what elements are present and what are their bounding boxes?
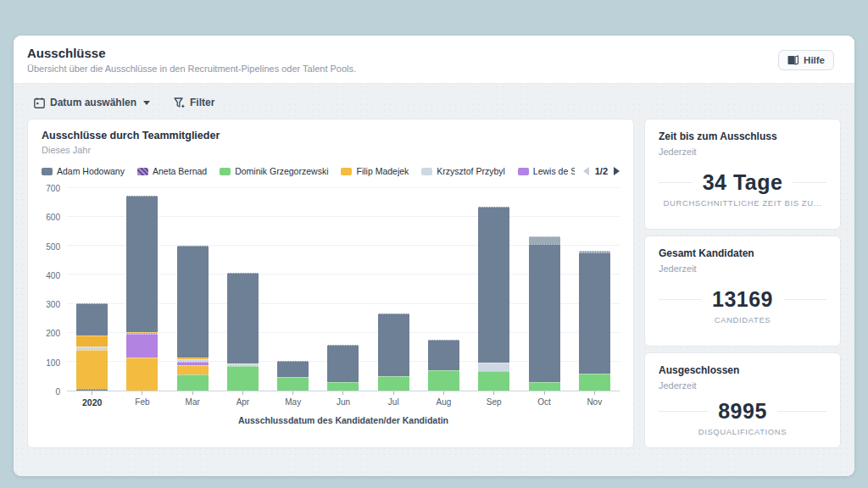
bar-segment[interactable] [76,336,108,347]
bar-slot [318,188,368,391]
bar-segment[interactable] [478,363,509,370]
x-tick [318,391,368,395]
divider [783,299,826,300]
filter-button-label: Filter [190,97,214,108]
filter-bar: Datum auswählen Filter [27,92,841,119]
y-tick-label: 500 [46,241,60,251]
bar-Jun[interactable] [327,345,359,391]
stat-value-row: 8995 [659,399,826,424]
bar-May[interactable] [277,361,309,391]
x-tick [268,391,318,395]
bar-Feb[interactable] [126,196,158,391]
help-button[interactable]: Hilfe [778,50,834,70]
bar-segment[interactable] [428,340,459,370]
stat-card-time-to-disqualification: Zeit bis zum Ausschluss Jederzeit 34 Tag… [644,119,841,230]
bar-segment[interactable] [378,376,409,391]
content-area: Datum auswählen Filter A [14,83,854,476]
bar-segment[interactable] [478,371,509,391]
bar-segment[interactable] [579,252,610,374]
bar-segment[interactable] [478,207,509,363]
legend-item[interactable]: Dominik Grzegorzewski [220,166,328,176]
filter-button[interactable]: Filter [174,97,214,108]
legend-next-icon[interactable] [614,167,620,175]
legend-item-label: Adam Hodowany [57,166,125,176]
x-axis-labels: 2020FebMarAprMayJunJulAugSepOctNov [67,397,620,408]
bar-segment[interactable] [327,382,359,391]
bar-segment[interactable] [227,366,259,391]
bar-segment[interactable] [177,374,209,391]
bar-Apr[interactable] [227,273,259,391]
x-tick-label: Jul [369,397,419,408]
bar-segment[interactable] [579,374,610,391]
bar-slot [268,188,318,391]
chart-plot-wrap: 0100200300400500600700 [42,188,620,391]
bar-segment[interactable] [327,345,359,382]
legend-swatch-icon [137,168,148,175]
bar-segment[interactable] [126,358,158,391]
bar-segment[interactable] [76,350,108,389]
bar-slot [168,188,218,391]
bar-segment[interactable] [529,236,560,244]
plot-area [67,188,620,391]
legend-prev-icon[interactable] [583,167,589,175]
stat-title: Ausgeschlossen [659,364,826,376]
stat-value-row: 34 Tage [659,170,826,195]
x-tick-label: May [268,397,318,408]
help-book-icon [787,55,798,65]
stat-caption: DISQUALIFICATIONS [659,427,826,436]
funnel-plus-icon [174,97,185,108]
bar-segment[interactable] [126,196,158,332]
chart-card: Ausschlüsse durch Teammitglieder Dieses … [27,119,634,448]
bar-segment[interactable] [177,246,209,358]
divider [777,411,826,412]
legend-row: Adam HodowanyAneta BernadDominik Grzegor… [42,166,620,176]
help-button-label: Hilfe [804,55,825,65]
bar-segment[interactable] [76,303,108,336]
bar-segment[interactable] [529,244,560,383]
bar-segment[interactable] [227,273,259,363]
chart-subtitle: Dieses Jahr [42,145,620,155]
legend-item[interactable]: Aneta Bernad [137,166,207,176]
x-tick [218,391,268,395]
bars-container [67,188,620,391]
main-card: Ausschlüsse Übersicht über die Ausschlüs… [14,36,854,476]
bar-slot [117,188,167,391]
y-tick-label: 100 [46,358,60,367]
bar-Oct[interactable] [529,236,560,391]
bar-Aug[interactable] [428,340,459,391]
legend-item[interactable]: Filip Madejek [341,166,409,176]
bar-segment[interactable] [529,382,560,391]
legend-item[interactable]: Adam Hodowany [42,166,125,176]
bar-segment[interactable] [76,389,108,391]
bar-segment[interactable] [277,361,309,377]
stat-period: Jederzeit [659,380,826,391]
legend-item[interactable]: Lewis de Stoppelaar [518,166,575,176]
bar-Sep[interactable] [478,207,509,391]
bar-segment[interactable] [177,365,209,374]
x-axis-title: Ausschlussdatum des Kandidaten/der Kandi… [67,415,620,425]
bar-2020[interactable] [76,303,108,391]
divider [659,182,693,183]
page-background: Ausschlüsse Übersicht über die Ausschlüs… [0,0,868,488]
bar-segment[interactable] [277,377,309,391]
y-axis: 0100200300400500600700 [42,188,67,391]
date-range-select[interactable]: Datum auswählen [34,97,150,108]
legend-swatch-icon [220,168,231,175]
y-tick-label: 200 [46,329,60,338]
bar-segment[interactable] [378,313,409,376]
legend-item-label: Filip Madejek [356,166,409,176]
y-tick-label: 400 [46,270,60,280]
y-tick-label: 300 [46,300,60,309]
x-tick-label: Aug [419,397,469,408]
bar-Nov[interactable] [579,251,610,391]
legend-swatch-icon [421,168,432,175]
legend-page-indicator: 1/2 [595,166,608,176]
bar-Mar[interactable] [177,246,209,391]
bar-segment[interactable] [126,334,158,357]
bar-Jul[interactable] [378,313,409,391]
legend-item[interactable]: Krzysztof Przybyl [421,166,505,176]
bar-slot [67,188,117,391]
page-title: Ausschlüsse [27,46,356,60]
bar-segment[interactable] [428,370,459,391]
bar-slot [570,188,620,391]
